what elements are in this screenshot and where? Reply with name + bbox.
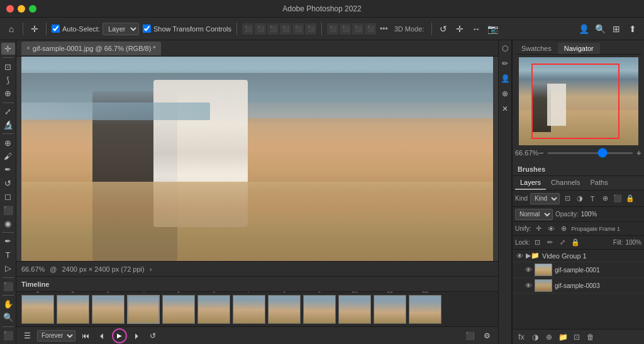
dist-center-h-button[interactable]: ⬛ (340, 23, 351, 35)
loop-select[interactable]: Forever (37, 330, 75, 341)
tab-close-button[interactable]: × (26, 45, 30, 52)
add-tool[interactable]: ⊕ (499, 88, 511, 99)
canvas-wrapper[interactable] (16, 57, 498, 261)
adjustment-filter-icon[interactable]: ◑ (575, 194, 585, 204)
share-icon[interactable]: ⬆ (626, 23, 639, 35)
transform-controls-checkbox[interactable] (143, 25, 151, 33)
unify-style-icon[interactable]: ⊕ (559, 224, 569, 234)
dist-top-button[interactable]: ⬛ (365, 23, 376, 35)
pen-tool[interactable]: ✒ (1, 235, 15, 247)
timeline-frame-0[interactable]: 1 0.1 sec. ▼ (21, 292, 54, 326)
timeline-frames[interactable]: 1 0.1 sec. ▼ 2 0.1 sec. ▼ 3 0.1 se (16, 292, 498, 326)
user-icon[interactable]: 👤 (577, 23, 590, 35)
timeline-frame-1[interactable]: 2 0.1 sec. ▼ (57, 292, 89, 326)
lasso-tool[interactable]: ⟆ (1, 74, 15, 86)
healing-brush-tool[interactable]: ⊕ (1, 136, 15, 148)
smart-filter-icon[interactable]: ⬛ (613, 194, 623, 204)
swatches-tab[interactable]: Swatches (515, 43, 558, 54)
timeline-frame-5[interactable]: 6 0.1 sec. ▼ (197, 292, 230, 326)
blur-tool[interactable]: ◉ (1, 218, 15, 230)
type-tool[interactable]: T (1, 249, 15, 261)
lock-artboard-icon[interactable]: ⤢ (558, 238, 568, 248)
transform-icon[interactable]: ✛ (453, 23, 466, 35)
timeline-frame-11[interactable]: 12 0.1 sec. ▼ (409, 292, 441, 326)
move3d-icon[interactable]: ↔ (470, 23, 482, 35)
camera-icon[interactable]: 📷 (486, 23, 499, 35)
zoom-slider[interactable] (548, 152, 633, 154)
clone-stamp-tool[interactable]: ✒ (1, 164, 15, 175)
adjust-tool[interactable]: ✏ (499, 58, 511, 69)
lock-pixels-icon[interactable]: ⊡ (533, 238, 543, 248)
first-frame-button[interactable]: ⏮ (79, 330, 92, 341)
rotate-icon[interactable]: ↺ (437, 23, 450, 35)
prev-frame-button[interactable]: ⏴ (96, 330, 108, 341)
close-button[interactable] (6, 5, 14, 13)
home-icon[interactable]: ⌂ (5, 23, 18, 35)
layer-mask-icon[interactable]: ◑ (530, 332, 540, 342)
move-tool-icon[interactable]: ✛ (28, 23, 41, 35)
dist-left-button[interactable]: ⬛ (327, 23, 338, 35)
zoom-plus-icon[interactable]: + (636, 148, 641, 158)
unify-position-icon[interactable]: ✛ (534, 224, 544, 234)
timeline-settings-button[interactable]: ⚙ (481, 330, 493, 341)
align-bottom-button[interactable]: ⬛ (305, 23, 316, 35)
window-controls[interactable] (6, 5, 36, 13)
timeline-frame-3[interactable]: 4 0.1 sec. ▼ (127, 292, 160, 326)
rectangle-select-tool[interactable]: ⊡ (1, 60, 15, 72)
layer-item-1[interactable]: 👁 gif-sample-0003 (513, 278, 644, 294)
zoom-tool[interactable]: 🔍 (1, 311, 15, 323)
move-tool[interactable]: ✛ (1, 43, 15, 55)
timeline-frame-4[interactable]: 5 0.1 sec. ▼ (162, 292, 195, 326)
history-brush-tool[interactable]: ↺ (1, 177, 15, 189)
more-options-icon[interactable]: ••• (380, 25, 388, 33)
layers-tab[interactable]: Layers (515, 176, 546, 190)
layer-adjustment-icon[interactable]: ⊕ (544, 332, 554, 342)
convert-button[interactable]: ⬛ (463, 330, 477, 341)
gradient-tool[interactable]: ⬛ (1, 204, 15, 216)
close-tool[interactable]: ✕ (499, 103, 511, 114)
blend-mode-select[interactable]: Normal (515, 209, 553, 220)
align-left-button[interactable]: ⬛ (242, 23, 253, 35)
video-group-layer[interactable]: 👁 ▶📁 Video Group 1 (513, 250, 644, 262)
paths-tab[interactable]: Paths (586, 176, 613, 190)
layer-item-0[interactable]: 👁 gif-sample-0001 (513, 262, 644, 278)
loop-animation-button[interactable]: ↺ (147, 330, 158, 341)
layer-visibility-icon[interactable]: 👁 (516, 252, 523, 260)
timeline-frame-2[interactable]: 3 0.1 sec. ▼ (92, 292, 125, 326)
pixel-filter-icon[interactable]: ⊡ (562, 194, 572, 204)
shape-tool[interactable]: ⬛ (1, 280, 15, 292)
brush-tool[interactable]: 🖌 (1, 150, 15, 162)
timeline-menu-button[interactable]: ☰ (21, 330, 33, 341)
hand-tool[interactable]: ✋ (1, 298, 15, 310)
zoom-minus-icon[interactable]: − (538, 148, 543, 158)
lock-all-icon[interactable]: 🔒 (570, 238, 580, 248)
align-right-button[interactable]: ⬛ (267, 23, 279, 35)
layer-fx-icon[interactable]: fx (516, 332, 526, 342)
type-filter-icon[interactable]: T (587, 194, 597, 204)
eyedropper-tool[interactable]: 🔬 (1, 119, 15, 131)
path-selection-tool[interactable]: ▷ (1, 262, 15, 274)
delete-layer-icon[interactable]: 🗑 (586, 332, 596, 342)
next-frame-button[interactable]: ⏵ (131, 330, 143, 341)
document-tab[interactable]: × gif-sample-0001.jpg @ 66.7% (RGB/8) * (21, 42, 161, 55)
eraser-tool[interactable]: ◻ (1, 191, 15, 203)
layer-0-visibility-icon[interactable]: 👁 (525, 266, 532, 274)
minimize-button[interactable] (18, 5, 25, 13)
timeline-frame-9[interactable]: 10 0.1 sec. ▼ (338, 292, 371, 326)
channels-tab[interactable]: Channels (546, 176, 585, 190)
dist-right-button[interactable]: ⬛ (352, 23, 364, 35)
foreground-color[interactable]: ⬛ (1, 330, 15, 341)
timeline-frame-6[interactable]: 7 0.1 sec. ▼ (233, 292, 265, 326)
navigator-tab[interactable]: Navigator (558, 43, 600, 54)
shape-filter-icon[interactable]: ⊕ (600, 194, 610, 204)
quick-select-tool[interactable]: ⊕ (1, 87, 15, 99)
maximize-button[interactable] (29, 5, 36, 13)
kind-select[interactable]: Kind (530, 193, 560, 204)
layer-1-visibility-icon[interactable]: 👁 (525, 282, 532, 289)
align-center-h-button[interactable]: ⬛ (255, 23, 266, 35)
auto-select-dropdown[interactable]: Layer (103, 23, 139, 35)
window-layout-icon[interactable]: ⊞ (610, 23, 623, 35)
timeline-frame-8[interactable]: 9 0.1 sec. ▼ (303, 292, 336, 326)
lock-position-icon[interactable]: ✏ (545, 238, 555, 248)
play-button[interactable]: ▶ (112, 328, 127, 343)
